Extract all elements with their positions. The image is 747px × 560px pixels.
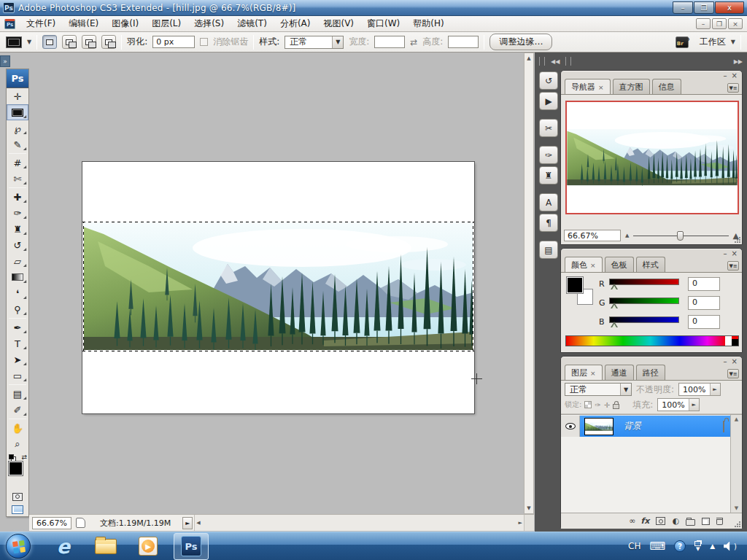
photoshop-taskbar-button[interactable]: Ps bbox=[174, 533, 209, 560]
media-player-icon[interactable]: ▶ bbox=[133, 533, 163, 559]
photo-hill[interactable] bbox=[83, 222, 473, 350]
panel-menu-icon[interactable]: ▼≡ bbox=[727, 261, 739, 271]
tab-close-icon[interactable]: × bbox=[598, 84, 604, 91]
panel-close-icon[interactable]: × bbox=[732, 251, 738, 257]
swap-dimensions-icon[interactable]: ⇄ bbox=[410, 37, 417, 47]
keyboard-icon[interactable]: ⌨ bbox=[650, 540, 666, 553]
tab-color[interactable]: 颜色 × bbox=[565, 257, 603, 272]
internet-explorer-icon[interactable]: e bbox=[48, 533, 79, 559]
close-button[interactable]: x bbox=[715, 1, 744, 14]
green-value-input[interactable]: 0 bbox=[688, 296, 720, 310]
menu-select[interactable]: 选择(S) bbox=[187, 16, 231, 31]
hand-tool[interactable]: ✋ bbox=[7, 420, 28, 436]
layer-row-background[interactable]: 背景 bbox=[561, 416, 730, 437]
workspace-label[interactable]: 工作区 bbox=[700, 36, 726, 48]
restore-window-tray-icon[interactable]: ▼ bbox=[694, 541, 701, 551]
navigator-zoom-input[interactable]: 66.67% bbox=[564, 230, 621, 241]
red-value-input[interactable]: 0 bbox=[688, 277, 720, 291]
menu-image[interactable]: 图像(I) bbox=[105, 16, 145, 31]
dock-grip[interactable] bbox=[539, 57, 545, 66]
tab-close-icon[interactable]: × bbox=[590, 262, 596, 269]
collapse-icons-dock-icon[interactable]: ◀◀ bbox=[551, 58, 560, 65]
link-layers-icon[interactable]: ∞ bbox=[629, 516, 634, 526]
panel-close-icon[interactable]: × bbox=[732, 359, 738, 365]
scroll-down-icon[interactable]: ▼ bbox=[525, 503, 532, 513]
layer-visibility-cell[interactable] bbox=[561, 416, 580, 437]
zoom-tool[interactable]: ⌕ bbox=[7, 436, 28, 452]
dock-grip2[interactable] bbox=[565, 57, 571, 66]
clone-stamp-tool[interactable]: ♜ bbox=[7, 221, 28, 237]
brushes-panel-icon[interactable]: ✑ bbox=[539, 146, 558, 164]
selection-mode-intersect-button[interactable] bbox=[101, 35, 116, 49]
minimize-button[interactable]: – bbox=[673, 1, 693, 14]
menu-analysis[interactable]: 分析(A) bbox=[274, 16, 317, 31]
layer-style-icon[interactable]: fx bbox=[641, 516, 650, 526]
tab-channels[interactable]: 通道 bbox=[605, 365, 634, 380]
opacity-spin-icon[interactable]: ► bbox=[711, 384, 720, 395]
tab-swatches[interactable]: 色板 bbox=[605, 257, 634, 272]
tab-close-icon[interactable]: × bbox=[590, 370, 596, 377]
toolbox-collapse-tab[interactable]: » bbox=[0, 55, 10, 67]
tab-layers[interactable]: 图层 × bbox=[565, 365, 603, 380]
toolbox-ps-header[interactable]: Ps bbox=[7, 69, 28, 88]
start-button[interactable] bbox=[6, 534, 31, 559]
vertical-scrollbar[interactable]: ▲ ▼ bbox=[524, 52, 534, 514]
paragraph-panel-icon[interactable]: ¶ bbox=[539, 214, 558, 232]
move-tool[interactable]: ✛ bbox=[7, 88, 28, 104]
style-select[interactable]: 正常 ▼ bbox=[285, 36, 344, 49]
panel-close-icon[interactable]: × bbox=[732, 73, 738, 79]
tab-histogram[interactable]: 直方图 bbox=[613, 79, 650, 94]
clone-source-panel-icon[interactable]: ♜ bbox=[539, 166, 558, 184]
lock-position-icon[interactable]: ✛ bbox=[604, 401, 610, 409]
screen-mode-button[interactable] bbox=[7, 503, 28, 516]
panel-resize-grip[interactable] bbox=[734, 521, 740, 527]
blue-slider-thumb[interactable] bbox=[611, 322, 618, 327]
blue-slider[interactable] bbox=[609, 316, 679, 323]
eyedropper-tool[interactable]: ✐ bbox=[7, 402, 28, 418]
width-input[interactable] bbox=[374, 36, 405, 48]
slider-thumb[interactable] bbox=[677, 231, 684, 241]
navigator-proxy-view[interactable] bbox=[565, 101, 739, 214]
character-panel-icon[interactable]: A bbox=[539, 193, 558, 211]
bridge-icon[interactable]: Br bbox=[676, 36, 689, 48]
antialias-checkbox[interactable] bbox=[200, 38, 208, 46]
notes-tool[interactable]: ▤ bbox=[7, 386, 28, 402]
lasso-tool[interactable]: ℘ bbox=[7, 120, 28, 136]
dodge-tool[interactable]: ⚲ bbox=[7, 301, 28, 317]
volume-icon[interactable]: ) bbox=[724, 542, 737, 551]
tab-info[interactable]: 信息 bbox=[652, 79, 681, 94]
actions-panel-icon[interactable]: ▶ bbox=[539, 92, 558, 110]
feather-input[interactable]: 0 px bbox=[152, 36, 195, 48]
default-colors-icon[interactable] bbox=[9, 454, 14, 459]
history-brush-tool[interactable]: ↺ bbox=[7, 237, 28, 253]
scroll-down-icon[interactable]: ▼ bbox=[735, 505, 738, 511]
expand-dock-icon[interactable]: ▶▶ bbox=[734, 58, 743, 65]
menu-file[interactable]: 文件(F) bbox=[20, 16, 62, 31]
blue-value-input[interactable]: 0 bbox=[688, 315, 720, 329]
type-tool[interactable]: T bbox=[7, 335, 28, 351]
blend-mode-select[interactable]: 正常 ▼ bbox=[565, 383, 632, 396]
status-popup-button[interactable]: ► bbox=[182, 517, 193, 529]
file-explorer-icon[interactable] bbox=[90, 533, 121, 559]
doc-restore-button[interactable]: ❐ bbox=[712, 18, 727, 29]
gradient-tool[interactable] bbox=[7, 269, 28, 285]
green-slider-thumb[interactable] bbox=[611, 303, 618, 308]
fill-spin-icon[interactable]: ► bbox=[689, 399, 699, 411]
panel-minimize-icon[interactable]: – bbox=[724, 359, 727, 365]
tool-preset-dropdown-icon[interactable]: ▼ bbox=[27, 39, 31, 45]
layer-list-scrollbar[interactable]: ▲ ▼ bbox=[730, 415, 742, 513]
status-page-icon[interactable] bbox=[76, 518, 85, 528]
opacity-control[interactable]: 100% ► bbox=[678, 383, 720, 396]
fill-control[interactable]: 100% ► bbox=[657, 398, 699, 411]
menu-edit[interactable]: 编辑(E) bbox=[62, 16, 105, 31]
brush-tool[interactable]: ✑ bbox=[7, 205, 28, 221]
show-hidden-icons-button[interactable]: ▲ bbox=[710, 542, 715, 550]
input-language-indicator[interactable]: CH bbox=[628, 541, 640, 551]
foreground-color-swatch[interactable] bbox=[9, 462, 23, 475]
new-layer-icon[interactable] bbox=[702, 518, 710, 525]
shape-tool[interactable]: ▭ bbox=[7, 368, 28, 384]
black-chip[interactable] bbox=[732, 339, 738, 346]
selection-mode-add-button[interactable] bbox=[62, 35, 77, 49]
add-mask-icon[interactable] bbox=[656, 517, 665, 525]
new-group-icon[interactable] bbox=[686, 519, 695, 526]
